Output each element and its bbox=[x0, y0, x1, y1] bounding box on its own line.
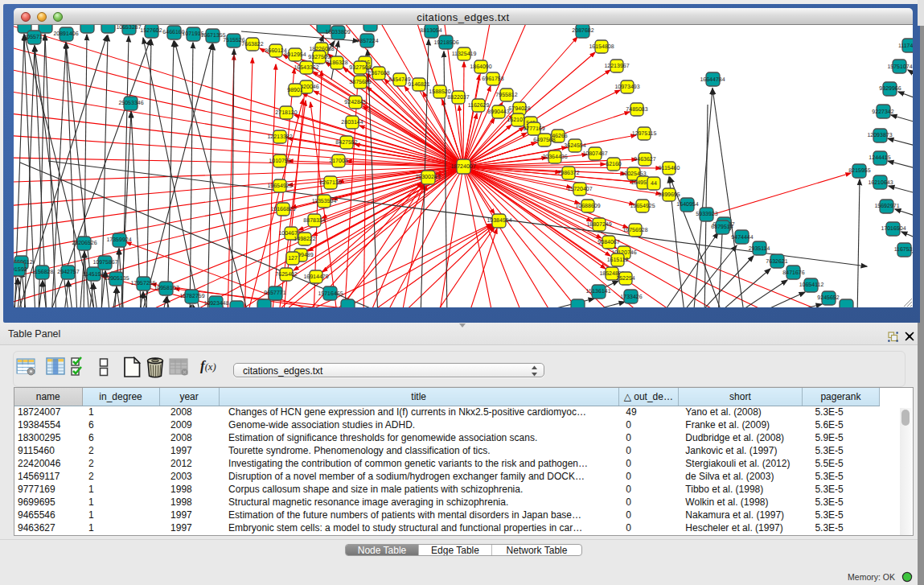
svg-text:16033809: 16033809 bbox=[325, 30, 350, 35]
svg-text:8813054: 8813054 bbox=[420, 28, 441, 34]
svg-text:3624554: 3624554 bbox=[564, 143, 585, 149]
svg-text:16154808: 16154808 bbox=[589, 44, 614, 50]
svg-text:17016504: 17016504 bbox=[881, 226, 906, 232]
svg-text:20891406: 20891406 bbox=[53, 31, 78, 37]
svg-text:9329966: 9329966 bbox=[879, 86, 901, 92]
svg-text:10923448: 10923448 bbox=[203, 301, 228, 307]
svg-text:1010755: 1010755 bbox=[269, 159, 290, 164]
svg-text:10807487: 10807487 bbox=[582, 151, 607, 157]
svg-text:19166829: 19166829 bbox=[270, 207, 295, 212]
svg-text:1117483: 1117483 bbox=[898, 43, 913, 49]
svg-text:2942757: 2942757 bbox=[57, 270, 79, 275]
svg-text:6497568: 6497568 bbox=[533, 138, 555, 143]
svg-text:11325419: 11325419 bbox=[452, 51, 477, 57]
svg-text:20364436: 20364436 bbox=[542, 154, 567, 160]
svg-text:10688609: 10688609 bbox=[575, 204, 600, 209]
svg-text:16210643: 16210643 bbox=[868, 180, 893, 186]
svg-text:1733426: 1733426 bbox=[620, 295, 642, 300]
svg-text:1615112: 1615112 bbox=[607, 257, 629, 263]
svg-text:15751074: 15751074 bbox=[887, 64, 912, 70]
svg-text:1145194: 1145194 bbox=[83, 272, 105, 278]
svg-text:1167533: 1167533 bbox=[894, 247, 913, 253]
svg-text:9115460: 9115460 bbox=[659, 166, 680, 171]
svg-text:1640954: 1640954 bbox=[676, 202, 698, 208]
svg-text:44: 44 bbox=[651, 181, 657, 187]
svg-text:9777169: 9777169 bbox=[523, 126, 544, 132]
svg-text:2055712: 2055712 bbox=[23, 35, 45, 40]
svg-text:127: 127 bbox=[288, 256, 298, 262]
svg-text:7857224: 7857224 bbox=[356, 39, 378, 44]
svg-text:11353594: 11353594 bbox=[312, 199, 337, 204]
svg-text:9657771: 9657771 bbox=[264, 290, 285, 296]
svg-text:7986372: 7986372 bbox=[557, 171, 579, 176]
svg-text:7632621: 7632621 bbox=[766, 259, 787, 265]
svg-text:19654925: 19654925 bbox=[267, 183, 292, 189]
svg-text:10653287: 10653287 bbox=[116, 25, 141, 31]
svg-text:7485083: 7485083 bbox=[626, 107, 647, 113]
svg-text:8471676: 8471676 bbox=[782, 270, 804, 276]
svg-text:8822037: 8822037 bbox=[447, 95, 469, 101]
svg-text:19654925: 19654925 bbox=[630, 204, 655, 209]
svg-text:217004: 217004 bbox=[329, 159, 347, 164]
svg-text:15716465: 15716465 bbox=[318, 291, 343, 297]
svg-text:391592: 391592 bbox=[14, 267, 27, 273]
svg-text:10654112: 10654112 bbox=[799, 282, 824, 288]
svg-text:16671355: 16671355 bbox=[200, 33, 225, 39]
svg-text:9899695: 9899695 bbox=[658, 192, 680, 198]
svg-text:9146821: 9146821 bbox=[408, 82, 429, 88]
svg-text:3875685: 3875685 bbox=[349, 80, 371, 85]
svg-text:10975867: 10975867 bbox=[92, 260, 117, 266]
svg-text:8912954: 8912954 bbox=[284, 52, 306, 58]
svg-text:19384554: 19384554 bbox=[487, 218, 511, 224]
svg-text:9474444: 9474444 bbox=[731, 235, 753, 241]
svg-text:12093873: 12093873 bbox=[867, 133, 892, 138]
svg-text:10973493: 10973493 bbox=[614, 84, 639, 90]
svg-text:5933923: 5933923 bbox=[696, 212, 717, 217]
svg-text:15692971: 15692971 bbox=[874, 204, 899, 209]
svg-text:9327508: 9327508 bbox=[349, 65, 371, 71]
svg-text:6794028: 6794028 bbox=[508, 106, 530, 112]
svg-text:6879514: 6879514 bbox=[711, 225, 733, 230]
svg-text:18807249: 18807249 bbox=[586, 222, 611, 228]
svg-text:9245652: 9245652 bbox=[817, 295, 839, 301]
svg-text:9242845: 9242845 bbox=[344, 100, 366, 105]
svg-text:16644784: 16644784 bbox=[700, 77, 725, 83]
svg-text:19218506: 19218506 bbox=[433, 40, 458, 46]
svg-text:1527602: 1527602 bbox=[140, 28, 162, 34]
svg-text:1244415: 1244415 bbox=[869, 155, 890, 161]
svg-text:8878334: 8878334 bbox=[303, 218, 325, 224]
svg-text:2935114: 2935114 bbox=[749, 246, 770, 252]
svg-text:25053346: 25053346 bbox=[118, 101, 143, 106]
svg-text:19756928: 19756928 bbox=[622, 228, 647, 233]
svg-text:10958107: 10958107 bbox=[154, 286, 179, 291]
svg-text:16914479: 16914479 bbox=[303, 274, 328, 280]
svg-text:8186328: 8186328 bbox=[326, 60, 347, 66]
svg-text:17359924: 17359924 bbox=[106, 237, 131, 243]
svg-text:62160: 62160 bbox=[606, 162, 622, 167]
svg-text:1162629: 1162629 bbox=[468, 103, 490, 109]
svg-text:7663822: 7663822 bbox=[241, 42, 263, 47]
svg-text:12213382: 12213382 bbox=[267, 134, 292, 140]
svg-text:1156828: 1156828 bbox=[32, 270, 54, 275]
svg-text:9084067: 9084067 bbox=[598, 240, 619, 245]
svg-text:1864090: 1864090 bbox=[470, 64, 491, 70]
svg-text:8427552: 8427552 bbox=[335, 140, 357, 146]
svg-text:7955812: 7955812 bbox=[495, 93, 517, 98]
svg-text:252254: 252254 bbox=[616, 276, 634, 282]
svg-text:15720407: 15720407 bbox=[567, 187, 592, 192]
svg-text:16782759: 16782759 bbox=[179, 294, 204, 299]
svg-text:12975115: 12975115 bbox=[632, 131, 657, 137]
svg-text:17957255: 17957255 bbox=[130, 281, 155, 286]
svg-text:2367608: 2367608 bbox=[368, 71, 389, 76]
svg-text:9327509: 9327509 bbox=[308, 55, 330, 60]
svg-text:2087682: 2087682 bbox=[572, 28, 593, 34]
svg-text:2718120: 2718120 bbox=[275, 110, 297, 116]
svg-text:6961758: 6961758 bbox=[482, 76, 503, 82]
svg-text:98901: 98901 bbox=[287, 88, 303, 93]
svg-text:9227342: 9227342 bbox=[872, 109, 893, 115]
svg-text:16543362: 16543362 bbox=[294, 65, 318, 71]
svg-text:20206526: 20206526 bbox=[72, 241, 97, 246]
svg-text:25300243: 25300243 bbox=[415, 175, 440, 180]
svg-text:8990443: 8990443 bbox=[487, 109, 509, 115]
svg-text:2803144: 2803144 bbox=[341, 120, 363, 126]
